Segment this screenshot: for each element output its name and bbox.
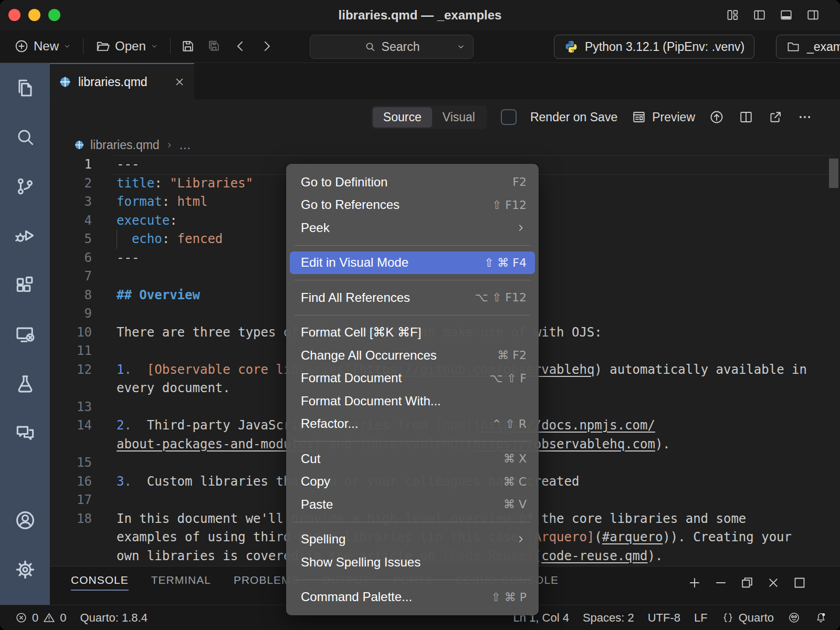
- line-content: [92, 267, 117, 286]
- notifications-status[interactable]: [814, 611, 827, 624]
- ellipsis-icon[interactable]: [797, 109, 813, 125]
- activity-search[interactable]: [0, 112, 50, 162]
- layout-sidebar-icon[interactable]: [752, 8, 766, 22]
- feedback-status[interactable]: [788, 611, 801, 624]
- menu-item-go-to-definition[interactable]: Go to DefinitionF2: [290, 171, 535, 194]
- save-all-button[interactable]: [205, 37, 223, 55]
- menu-item-format-document[interactable]: Format Document⌥ ⇧ F: [290, 367, 535, 390]
- line-content: [92, 454, 117, 472]
- code-token: echo: [117, 232, 162, 246]
- line-number: 7: [50, 267, 92, 286]
- activity-extensions[interactable]: [0, 260, 50, 310]
- menu-item-label: Go to References: [301, 197, 492, 212]
- back-button[interactable]: [232, 37, 249, 55]
- breadcrumb-more[interactable]: …: [179, 138, 191, 152]
- preview-button[interactable]: Preview: [631, 109, 695, 125]
- forward-button[interactable]: [258, 37, 276, 55]
- menu-item-change-all-occurrences[interactable]: Change All Occurrences⌘ F2: [290, 344, 535, 367]
- menu-item-go-to-references[interactable]: Go to References⇧ F12: [290, 194, 535, 217]
- menu-item-find-all-references[interactable]: Find All References⌥ ⇧ F12: [290, 286, 535, 309]
- problems-status[interactable]: 00: [15, 611, 67, 625]
- menu-item-command-palette[interactable]: Command Palette...⇧ ⌘ P: [290, 586, 535, 609]
- menu-item-shortcut: ⌘ X: [503, 452, 527, 465]
- eol-status-text: LF: [694, 611, 708, 625]
- code-token: fenced: [177, 232, 223, 246]
- activity-testing[interactable]: [0, 359, 50, 408]
- source-visual-toggle: Source Visual: [371, 106, 487, 129]
- plus-icon[interactable]: [687, 575, 702, 591]
- save-icon: [180, 38, 196, 54]
- editor-tab-libraries-qmd[interactable]: libraries.qmd: [50, 63, 194, 100]
- line-number: 8: [50, 286, 92, 305]
- maximize-panel-icon[interactable]: [792, 575, 807, 591]
- breadcrumb-file[interactable]: libraries.qmd: [90, 138, 160, 152]
- close-icon[interactable]: [765, 575, 781, 591]
- encoding-status[interactable]: UTF-8: [648, 611, 680, 625]
- activity-source-control[interactable]: [0, 162, 50, 211]
- activity-comments[interactable]: [0, 408, 50, 458]
- new-button-label: New: [34, 39, 59, 54]
- search-icon: [364, 40, 376, 53]
- preview-icon: [631, 109, 647, 125]
- editor-scrollbar[interactable]: [829, 159, 838, 188]
- layout-panel-icon[interactable]: [779, 8, 793, 22]
- close-icon[interactable]: [173, 76, 186, 88]
- menu-item-paste[interactable]: Paste⌘ V: [290, 493, 535, 516]
- customize-layout-icon[interactable]: [726, 8, 740, 22]
- save-button[interactable]: [179, 37, 197, 55]
- split-editor-icon[interactable]: [738, 109, 754, 125]
- open-external-icon[interactable]: [768, 109, 783, 125]
- menu-item-show-spelling-issues[interactable]: Show Spelling Issues: [290, 551, 535, 574]
- line-number: 18: [50, 510, 92, 529]
- indentation-status[interactable]: Spaces: 2: [583, 611, 634, 625]
- activity-remote-explorer[interactable]: [0, 310, 50, 359]
- open-folder-icon: [95, 38, 111, 54]
- error-icon: [15, 611, 28, 624]
- menu-item-format-document-with[interactable]: Format Document With...: [290, 390, 535, 413]
- restore-panel-icon[interactable]: [739, 575, 755, 591]
- menu-item-copy[interactable]: Copy⌘ C: [290, 470, 535, 494]
- editor-actions: Source Visual Render on Save Preview: [50, 100, 840, 134]
- toolbar-left-group: NewOpen: [10, 30, 276, 62]
- problems-status-text: 0: [32, 611, 38, 625]
- panel-tab-terminal[interactable]: TERMINAL: [151, 574, 211, 594]
- render-on-save-checkbox[interactable]: [501, 109, 517, 125]
- source-mode-button[interactable]: Source: [373, 107, 432, 128]
- new-button[interactable]: New: [10, 36, 75, 56]
- status-bar-right: Ln 1, Col 4Spaces: 2UTF-8LFQuarto: [513, 611, 827, 625]
- menu-item-cut[interactable]: Cut⌘ X: [290, 447, 535, 470]
- menu-item-spelling[interactable]: Spelling: [290, 528, 535, 551]
- search-input[interactable]: Search: [310, 35, 474, 59]
- line-content: format: html: [92, 193, 207, 212]
- line-content: title: "Libraries": [92, 174, 253, 193]
- menu-item-edit-in-visual-mode[interactable]: Edit in Visual Mode⇧ ⌘ F4: [290, 251, 535, 275]
- breadcrumb: libraries.qmd …: [50, 134, 840, 155]
- activity-run-debug[interactable]: [0, 211, 50, 260]
- menu-item-format-cell-k-f[interactable]: Format Cell [⌘K ⌘F]: [290, 321, 535, 344]
- layout-sidebar-right-icon[interactable]: [806, 8, 820, 22]
- code-token: ---: [117, 250, 139, 265]
- open-button-label: Open: [115, 39, 146, 54]
- eol-status[interactable]: LF: [694, 611, 708, 625]
- language-mode-status[interactable]: Quarto: [721, 611, 774, 625]
- interpreter-selector-button[interactable]: Python 3.12.1 (PipEnv: .venv): [554, 35, 754, 59]
- menu-item-shortcut: ⌘ V: [503, 498, 527, 511]
- visual-mode-button[interactable]: Visual: [432, 107, 486, 128]
- code-token: ).: [647, 549, 663, 563]
- activity-bar: [0, 63, 50, 605]
- line-content: execute:: [92, 212, 177, 230]
- activity-explorer[interactable]: [0, 63, 50, 112]
- open-button[interactable]: Open: [92, 36, 162, 56]
- code-token: )). Creating your: [663, 530, 792, 544]
- project-button[interactable]: _examples: [776, 35, 840, 59]
- quarto-version-status[interactable]: Quarto: 1.8.4: [80, 611, 148, 625]
- minus-icon[interactable]: [713, 575, 729, 591]
- activity-settings-gear[interactable]: [0, 545, 50, 594]
- menu-item-label: Format Cell [⌘K ⌘F]: [301, 325, 527, 340]
- menu-item-peek[interactable]: Peek: [290, 216, 535, 239]
- activity-bar-top: [0, 63, 50, 458]
- panel-tab-console[interactable]: CONSOLE: [71, 574, 129, 594]
- activity-account[interactable]: [0, 496, 50, 545]
- menu-item-refactor[interactable]: Refactor...⌃ ⇧ R: [290, 413, 535, 436]
- publish-icon[interactable]: [709, 109, 724, 125]
